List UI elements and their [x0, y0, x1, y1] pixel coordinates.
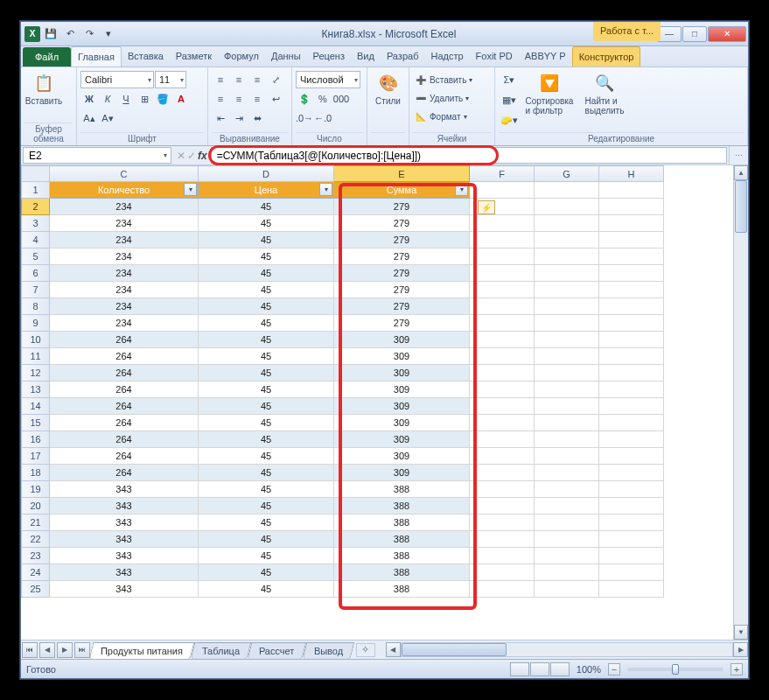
align-bottom-button[interactable]: ≡	[248, 71, 266, 88]
percent-button[interactable]: %	[314, 90, 332, 108]
cell-E13[interactable]: 309	[334, 382, 470, 398]
page-layout-view-button[interactable]	[530, 662, 549, 676]
cell-D8[interactable]: 45	[199, 298, 334, 315]
format-cells-button[interactable]: 📐Формат▾	[413, 108, 474, 125]
row-header-13[interactable]: 13	[22, 382, 50, 398]
cell-H22[interactable]	[599, 531, 664, 548]
cell-D20[interactable]: 45	[199, 498, 334, 514]
cell-H5[interactable]	[599, 248, 664, 265]
row-header-4[interactable]: 4	[22, 232, 50, 248]
cell-H21[interactable]	[599, 514, 664, 531]
new-sheet-button[interactable]: ✧	[356, 643, 375, 657]
cell-G8[interactable]	[535, 298, 599, 315]
normal-view-button[interactable]	[510, 662, 529, 676]
cell-D3[interactable]: 45	[199, 215, 334, 232]
grid[interactable]: CDEFGH1Количество▾Цена▾Сумма▾22344527932…	[21, 165, 733, 640]
redo-icon[interactable]: ↷	[80, 25, 98, 43]
delete-cells-button[interactable]: ➖Удалить▾	[413, 89, 474, 107]
cell-D12[interactable]: 45	[199, 365, 334, 382]
row-header-24[interactable]: 24	[22, 564, 50, 581]
sheet-tab-3[interactable]: Вывод	[302, 642, 354, 659]
cell-D17[interactable]: 45	[199, 448, 334, 465]
cell-E11[interactable]: 309	[334, 348, 470, 365]
cell-F25[interactable]	[470, 581, 535, 598]
cell-C21[interactable]: 343	[50, 514, 199, 531]
qat-more-icon[interactable]: ▾	[100, 25, 117, 43]
cell-G15[interactable]	[535, 415, 599, 431]
cell-F7[interactable]	[470, 282, 535, 298]
ribbon-tab-вставка[interactable]: Вставка	[122, 46, 170, 66]
row-header-14[interactable]: 14	[22, 398, 50, 415]
row-header-2[interactable]: 2	[22, 199, 50, 215]
cell-H2[interactable]	[599, 199, 664, 215]
cell-G13[interactable]	[535, 382, 599, 398]
fx-icon[interactable]: fx	[198, 150, 207, 162]
cell-C5[interactable]: 234	[50, 248, 199, 265]
find-select-button[interactable]: 🔍Найти и выделить	[579, 71, 630, 116]
cell-D6[interactable]: 45	[199, 265, 334, 282]
cell-H15[interactable]	[599, 415, 664, 431]
row-header-8[interactable]: 8	[22, 298, 50, 315]
blank-cell[interactable]	[470, 182, 535, 199]
cell-F5[interactable]	[470, 248, 535, 265]
cell-H7[interactable]	[599, 282, 664, 298]
sheet-tab-0[interactable]: Продукты питания	[89, 642, 195, 659]
ribbon-tab-разраб[interactable]: Разраб	[381, 46, 425, 66]
italic-button[interactable]: К	[99, 90, 116, 108]
ribbon-tab-abbyy p[interactable]: ABBYY P	[519, 46, 572, 66]
cell-F18[interactable]	[470, 465, 535, 481]
formula-bar[interactable]: =СУММ(Таблица3[@[Количество]:[Цена]])	[211, 147, 727, 164]
row-header-10[interactable]: 10	[22, 332, 50, 348]
cell-C7[interactable]: 234	[50, 282, 199, 298]
cell-G20[interactable]	[535, 498, 599, 514]
bold-button[interactable]: Ж	[80, 90, 98, 108]
align-right-button[interactable]: ≡	[248, 90, 266, 108]
cell-E21[interactable]: 388	[334, 514, 470, 531]
cell-C19[interactable]: 343	[50, 481, 199, 498]
comma-button[interactable]: 000	[332, 90, 350, 108]
font-name-combo[interactable]: Calibri	[80, 71, 154, 88]
cell-D25[interactable]: 45	[199, 581, 334, 598]
row-header-1[interactable]: 1	[22, 182, 50, 199]
cell-D10[interactable]: 45	[199, 332, 334, 348]
cell-E15[interactable]: 309	[334, 415, 470, 431]
insert-cells-button[interactable]: ➕Вставить▾	[413, 71, 474, 88]
cell-F9[interactable]	[470, 315, 535, 332]
align-center-button[interactable]: ≡	[230, 90, 248, 108]
row-header-9[interactable]: 9	[22, 315, 50, 332]
cell-H16[interactable]	[599, 431, 664, 448]
zoom-in-button[interactable]: +	[731, 663, 743, 676]
cell-E4[interactable]: 279	[334, 232, 470, 248]
cell-C3[interactable]: 234	[50, 215, 199, 232]
hscroll-right-button[interactable]: ▶	[733, 642, 748, 657]
filter-button-Цена[interactable]: ▾	[319, 183, 332, 196]
cell-H17[interactable]	[599, 448, 664, 465]
cell-E14[interactable]: 309	[334, 398, 470, 415]
cell-H18[interactable]	[599, 465, 664, 481]
select-all-corner[interactable]	[22, 166, 50, 182]
cell-D4[interactable]: 45	[199, 232, 334, 248]
maximize-button[interactable]: □	[682, 26, 707, 42]
cell-C6[interactable]: 234	[50, 265, 199, 282]
ribbon-tab-данны[interactable]: Данны	[265, 46, 307, 66]
next-sheet-button[interactable]: ▶	[57, 642, 73, 658]
cell-F23[interactable]	[470, 548, 535, 564]
paste-button[interactable]: 📋Вставить	[24, 71, 63, 106]
ribbon-tab-надстр[interactable]: Надстр	[424, 46, 469, 66]
cell-C25[interactable]: 343	[50, 581, 199, 598]
zoom-knob[interactable]	[672, 664, 679, 675]
fill-color-button[interactable]: 🪣	[154, 90, 171, 108]
file-tab[interactable]: Файл	[23, 47, 71, 66]
cell-F15[interactable]	[470, 415, 535, 431]
horizontal-scrollbar[interactable]: ◀ ▶	[386, 642, 748, 657]
zoom-out-button[interactable]: −	[608, 663, 620, 676]
ribbon-tab-foxit pd[interactable]: Foxit PD	[470, 46, 519, 66]
cell-D22[interactable]: 45	[199, 531, 334, 548]
row-header-17[interactable]: 17	[22, 448, 50, 465]
cell-G5[interactable]	[535, 248, 599, 265]
cell-G11[interactable]	[535, 348, 599, 365]
cell-F3[interactable]	[470, 215, 535, 232]
table-header-Сумма[interactable]: Сумма▾	[334, 182, 470, 199]
cell-F24[interactable]	[470, 564, 535, 581]
cell-C12[interactable]: 264	[50, 365, 199, 382]
